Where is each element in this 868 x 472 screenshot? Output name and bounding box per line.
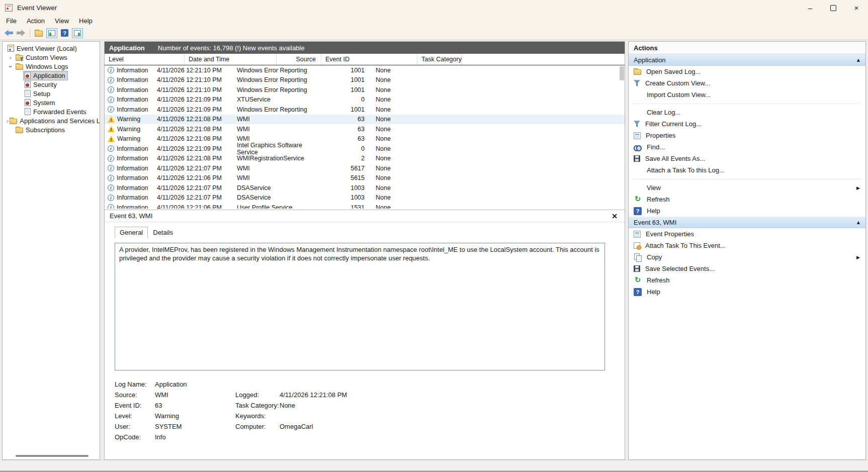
tree-item[interactable]: Security	[3, 80, 100, 89]
column-header[interactable]: Level	[105, 54, 185, 65]
action-item[interactable]: Refresh	[629, 274, 865, 286]
export-icon[interactable]	[35, 31, 43, 37]
action-item[interactable]: Clear Log...	[629, 107, 865, 118]
detail-tab[interactable]: Details	[148, 227, 178, 238]
menu-item[interactable]: Action	[22, 16, 50, 26]
action-item[interactable]: Attach Task To This Event...	[629, 240, 865, 251]
event-id: 1003	[325, 184, 370, 192]
tree-item[interactable]: Forwarded Events	[3, 107, 100, 116]
event-row[interactable]: Information 4/11/2026 12:21:10 PM Window…	[105, 85, 625, 95]
event-row[interactable]: Information 4/11/2026 12:21:09 PM XTUSer…	[105, 95, 625, 105]
column-header[interactable]: Source	[277, 54, 321, 65]
action-item[interactable]: Copy	[629, 251, 865, 263]
event-source: Windows Error Reporting	[233, 67, 325, 74]
action-item[interactable]: Filter Current Log...	[629, 118, 865, 130]
column-header[interactable]: Event ID	[321, 54, 417, 65]
close-icon[interactable]: ×	[845, 0, 868, 16]
folder-icon	[16, 128, 23, 133]
event-row[interactable]: Information 4/11/2026 12:21:08 PM WMIReg…	[105, 154, 625, 164]
action-item[interactable]: Attach a Task To this Log...	[629, 164, 865, 176]
tree-scrollbar-thumb[interactable]	[16, 455, 89, 457]
action-item[interactable]: Event 63, WMI	[629, 217, 865, 228]
event-row[interactable]: Warning 4/11/2026 12:21:08 PM WMI 63 Non…	[105, 134, 625, 144]
action-item[interactable]: Save Selected Events...	[629, 263, 865, 274]
event-task-category: None	[370, 165, 466, 172]
event-row[interactable]: Information 4/11/2026 12:21:09 PM Window…	[105, 105, 625, 115]
tree-item[interactable]: Custom Views	[3, 53, 100, 62]
action-item[interactable]: Help	[629, 205, 865, 217]
tree-item[interactable]: Applications and Services Lo	[3, 116, 100, 125]
column-header[interactable]: Task Category	[417, 54, 462, 65]
help-icon[interactable]	[61, 29, 68, 37]
toolbar-separator[interactable]	[30, 29, 30, 38]
info-icon	[108, 184, 114, 191]
action-item[interactable]: Save All Events As...	[629, 153, 865, 164]
tree-item[interactable]: System	[3, 98, 100, 107]
event-row[interactable]: Information 4/11/2026 12:21:07 PM DSASer…	[105, 193, 625, 203]
action-item[interactable]	[629, 176, 865, 182]
action-item[interactable]: Properties	[629, 130, 865, 141]
event-level: Information	[117, 67, 148, 74]
back-icon[interactable]	[5, 30, 13, 36]
action-item[interactable]	[629, 101, 865, 107]
action-item[interactable]: Import Custom View...	[629, 89, 865, 101]
event-source: User Profile Service	[233, 204, 325, 209]
menu-item[interactable]: File	[1, 16, 22, 26]
show-console-tree-icon[interactable]	[46, 28, 57, 38]
event-row[interactable]: Information 4/11/2026 12:21:10 PM Window…	[105, 65, 625, 75]
tree-item[interactable]: Subscriptions	[3, 125, 100, 134]
column-header[interactable]: Date and Time	[185, 54, 277, 65]
tree-item[interactable]: Setup	[3, 89, 100, 98]
event-id: 2	[325, 155, 370, 162]
event-row[interactable]: Information 4/11/2026 12:21:06 PM WMI 56…	[105, 173, 625, 183]
events-scrollbar-thumb[interactable]	[620, 66, 624, 80]
event-task-category: None	[370, 96, 466, 103]
show-action-pane-icon[interactable]	[72, 28, 83, 38]
event-source: WMIRegistrationService	[233, 155, 325, 162]
action-item[interactable]: Open Saved Log...	[629, 66, 865, 77]
minimize-icon[interactable]: –	[799, 0, 822, 16]
action-item[interactable]: Event Properties	[629, 228, 865, 240]
action-item[interactable]: Refresh	[629, 194, 865, 205]
window-controls: –×	[799, 0, 868, 16]
action-item[interactable]: Help	[629, 286, 865, 298]
preview-pane: Event 63, WMI ✕ GeneralDetails A provide…	[105, 210, 625, 459]
event-row[interactable]: Warning 4/11/2026 12:21:08 PM WMI 63 Non…	[105, 115, 625, 125]
detail-tab[interactable]: General	[115, 227, 148, 238]
action-item[interactable]: Create Custom View...	[629, 77, 865, 89]
tree-item[interactable]: Event Viewer (Local)	[3, 44, 100, 53]
event-row[interactable]: Information 4/11/2026 12:21:10 PM Window…	[105, 75, 625, 85]
event-row[interactable]: Information 4/11/2026 12:21:09 PM Intel …	[105, 144, 625, 154]
expander-icon[interactable]	[7, 54, 15, 61]
tree-item[interactable]: Windows Logs	[3, 62, 100, 71]
event-row[interactable]: Warning 4/11/2026 12:21:08 PM WMI 63 Non…	[105, 124, 625, 134]
menu-item[interactable]: View	[50, 16, 74, 26]
action-item[interactable]: Application	[629, 54, 865, 66]
event-row[interactable]: Information 4/11/2026 12:21:06 PM User P…	[105, 203, 625, 209]
event-date: 4/11/2026 12:21:07 PM	[153, 165, 233, 172]
expander-icon[interactable]	[7, 63, 15, 70]
action-item[interactable]: Find...	[629, 141, 865, 153]
field-row: Event ID: 63 Task Category: None	[115, 400, 605, 411]
event-id: 1001	[325, 67, 370, 74]
properties-icon	[634, 231, 641, 238]
refresh-icon	[634, 276, 642, 285]
action-item-label: View	[647, 184, 661, 192]
menu-item[interactable]: Help	[74, 16, 98, 26]
event-task-category: None	[370, 76, 466, 83]
action-item-label: Refresh	[647, 196, 670, 203]
event-level: Information	[117, 145, 148, 152]
forward-icon[interactable]	[17, 30, 25, 36]
maximize-icon[interactable]	[822, 0, 845, 16]
tree-item[interactable]: Application	[3, 71, 100, 80]
event-level: Information	[117, 174, 148, 181]
event-row[interactable]: Information 4/11/2026 12:21:07 PM WMI 56…	[105, 163, 625, 173]
close-icon[interactable]: ✕	[610, 212, 620, 220]
window-title: Event Viewer	[17, 4, 57, 12]
no-icon	[634, 109, 642, 117]
event-row[interactable]: Information 4/11/2026 12:21:07 PM DSASer…	[105, 183, 625, 193]
field-label: OpCode:	[115, 433, 155, 441]
action-item-label: Event Properties	[646, 230, 694, 238]
tree-item-label: Application	[33, 72, 65, 79]
action-item[interactable]: View	[629, 182, 865, 194]
